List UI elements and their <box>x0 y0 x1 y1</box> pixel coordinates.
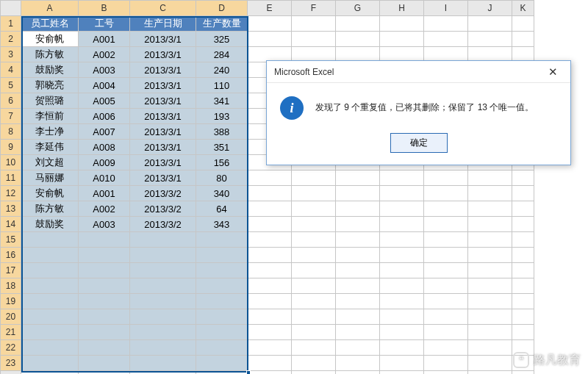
cell-J12[interactable] <box>468 186 512 201</box>
cell-G15[interactable] <box>336 232 380 248</box>
cell-A20[interactable] <box>21 309 79 325</box>
cell-A13[interactable]: 陈方敏 <box>21 201 79 217</box>
cell-B4[interactable]: A003 <box>79 62 130 78</box>
cell-A19[interactable] <box>21 294 79 309</box>
cell-E23[interactable] <box>248 356 292 371</box>
cell-C4[interactable]: 2013/3/1 <box>130 62 196 78</box>
cell-E1[interactable] <box>248 16 292 32</box>
cell-D17[interactable] <box>196 263 248 278</box>
cell-I17[interactable] <box>424 263 468 278</box>
dialog-titlebar[interactable]: Microsoft Excel ✕ <box>267 61 570 83</box>
cell-G23[interactable] <box>336 356 380 371</box>
cell-H20[interactable] <box>380 309 424 325</box>
cell-I19[interactable] <box>424 294 468 309</box>
cell-G21[interactable] <box>336 325 380 340</box>
cell-J23[interactable] <box>468 356 512 371</box>
cell-E19[interactable] <box>248 294 292 309</box>
cell-B15[interactable] <box>79 232 130 248</box>
cell-A11[interactable]: 马丽娜 <box>21 170 79 186</box>
cell-B12[interactable]: A001 <box>79 186 130 201</box>
cell-C10[interactable]: 2013/3/1 <box>130 155 196 170</box>
cell-G19[interactable] <box>336 294 380 309</box>
cell-D6[interactable]: 341 <box>196 93 248 109</box>
cell-D9[interactable]: 351 <box>196 140 248 155</box>
fill-handle[interactable] <box>246 370 251 374</box>
cell-J20[interactable] <box>468 309 512 325</box>
cell-B18[interactable] <box>79 278 130 294</box>
col-header-G[interactable]: G <box>336 1 380 16</box>
cell-A9[interactable]: 李延伟 <box>21 140 79 155</box>
cell-I16[interactable] <box>424 248 468 263</box>
cell-H24[interactable] <box>380 371 424 375</box>
cell-F23[interactable] <box>292 356 336 371</box>
cell-K1[interactable] <box>512 16 534 32</box>
cell-D23[interactable] <box>196 356 248 371</box>
cell-E11[interactable] <box>248 170 292 186</box>
col-header-K[interactable]: K <box>512 1 534 16</box>
cell-F18[interactable] <box>292 278 336 294</box>
cell-I1[interactable] <box>424 16 468 32</box>
col-header-B[interactable]: B <box>79 1 130 16</box>
cell-K19[interactable] <box>512 294 534 309</box>
cell-H11[interactable] <box>380 170 424 186</box>
cell-A23[interactable] <box>21 356 79 371</box>
cell-E2[interactable] <box>248 32 292 47</box>
row-header-15[interactable]: 15 <box>1 232 21 248</box>
cell-D10[interactable]: 156 <box>196 155 248 170</box>
cell-B10[interactable]: A009 <box>79 155 130 170</box>
cell-B23[interactable] <box>79 356 130 371</box>
row-header-5[interactable]: 5 <box>1 78 21 93</box>
row-header-3[interactable]: 3 <box>1 47 21 62</box>
cell-C21[interactable] <box>130 325 196 340</box>
cell-C12[interactable]: 2013/3/2 <box>130 186 196 201</box>
cell-D2[interactable]: 325 <box>196 32 248 47</box>
cell-G20[interactable] <box>336 309 380 325</box>
cell-E24[interactable] <box>248 371 292 375</box>
row-header-16[interactable]: 16 <box>1 248 21 263</box>
cell-F21[interactable] <box>292 325 336 340</box>
cell-H1[interactable] <box>380 16 424 32</box>
cell-C22[interactable] <box>130 340 196 356</box>
cell-A14[interactable]: 鼓励奖 <box>21 217 79 232</box>
col-header-A[interactable]: A <box>21 1 79 16</box>
cell-K21[interactable] <box>512 325 534 340</box>
row-header-23[interactable]: 23 <box>1 356 21 371</box>
row-header-22[interactable]: 22 <box>1 340 21 356</box>
cell-A21[interactable] <box>21 325 79 340</box>
cell-G2[interactable] <box>336 32 380 47</box>
cell-D13[interactable]: 64 <box>196 201 248 217</box>
cell-A22[interactable] <box>21 340 79 356</box>
cell-A6[interactable]: 贺照璐 <box>21 93 79 109</box>
cell-E21[interactable] <box>248 325 292 340</box>
cell-G13[interactable] <box>336 201 380 217</box>
cell-F16[interactable] <box>292 248 336 263</box>
cell-I2[interactable] <box>424 32 468 47</box>
cell-F12[interactable] <box>292 186 336 201</box>
cell-D1[interactable]: 生产数量 <box>196 16 248 32</box>
cell-F19[interactable] <box>292 294 336 309</box>
cell-F2[interactable] <box>292 32 336 47</box>
cell-K20[interactable] <box>512 309 534 325</box>
cell-K15[interactable] <box>512 232 534 248</box>
cell-G17[interactable] <box>336 263 380 278</box>
cell-C8[interactable]: 2013/3/1 <box>130 124 196 140</box>
cell-I22[interactable] <box>424 340 468 356</box>
cell-A10[interactable]: 刘文超 <box>21 155 79 170</box>
cell-K12[interactable] <box>512 186 534 201</box>
cell-C19[interactable] <box>130 294 196 309</box>
cell-D8[interactable]: 388 <box>196 124 248 140</box>
cell-H17[interactable] <box>380 263 424 278</box>
close-icon[interactable]: ✕ <box>539 63 566 81</box>
cell-G11[interactable] <box>336 170 380 186</box>
cell-B11[interactable]: A010 <box>79 170 130 186</box>
cell-B2[interactable]: A001 <box>79 32 130 47</box>
cell-I14[interactable] <box>424 217 468 232</box>
cell-K24[interactable] <box>512 371 534 375</box>
cell-C14[interactable]: 2013/3/2 <box>130 217 196 232</box>
cell-B9[interactable]: A008 <box>79 140 130 155</box>
cell-B14[interactable]: A003 <box>79 217 130 232</box>
cell-J21[interactable] <box>468 325 512 340</box>
spreadsheet[interactable]: ABCDEFGHIJK1员工姓名工号生产日期生产数量2安俞帆A0012013/3… <box>0 0 588 374</box>
cell-A24[interactable] <box>21 371 79 375</box>
cell-G1[interactable] <box>336 16 380 32</box>
